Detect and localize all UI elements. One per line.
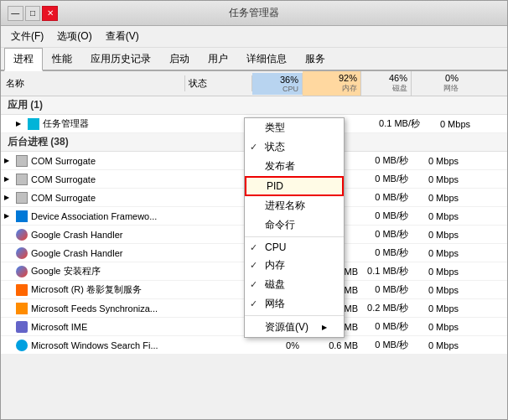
expand-arrow[interactable]: ▶ — [4, 194, 13, 202]
ctx-label-cmdline: 命令行 — [265, 218, 295, 232]
process-disk: 0 MB/秒 — [361, 338, 412, 352]
google-icon — [16, 266, 28, 277]
ctx-label-resources: 资源值(V) — [265, 320, 308, 334]
ctx-check-cpu: ✓ — [250, 242, 262, 253]
process-net: 0 Mbps — [412, 266, 462, 277]
col-header-status[interactable]: 状态 — [185, 75, 252, 91]
process-disk: 0 MB/秒 — [361, 153, 412, 168]
window-title: 任务管理器 — [58, 6, 450, 20]
process-status — [185, 345, 252, 346]
ctx-separator-2 — [245, 315, 344, 316]
process-name-label: Microsoft (R) 卷影复制服务 — [31, 283, 142, 296]
tab-details[interactable]: 详细信息 — [237, 48, 296, 71]
ctx-item-resources[interactable]: 资源值(V) ▶ — [245, 318, 344, 337]
tab-users[interactable]: 用户 — [199, 48, 237, 71]
process-status — [185, 326, 252, 328]
ctx-item-memory[interactable]: ✓ 内存 — [245, 256, 344, 275]
ctx-item-procname[interactable]: 进程名称 — [245, 196, 344, 215]
ctx-label-network: 网络 — [265, 297, 285, 311]
tab-startup[interactable]: 启动 — [160, 48, 199, 71]
process-name-label: Device Association Framewo... — [31, 211, 157, 221]
ctx-item-status[interactable]: ✓ 状态 — [245, 137, 344, 157]
process-disk: 0.2 MB/秒 — [361, 301, 412, 315]
process-name-label: COM Surrogate — [31, 174, 96, 184]
taskman-icon — [28, 118, 39, 130]
col-header-name[interactable]: 名称 — [1, 75, 185, 91]
tab-processes[interactable]: 进程 — [4, 48, 43, 71]
table-header: 名称 状态 36% CPU 92% 内存 46% 磁盘 0% 网络 — [1, 71, 507, 96]
ctx-check-memory: ✓ — [250, 260, 262, 271]
ctx-item-publisher[interactable]: 发布者 — [245, 157, 344, 176]
process-net: 0 Mbps — [412, 340, 462, 351]
context-menu: 类型 ✓ 状态 发布者 PID 进程名称 命令行 — [244, 117, 345, 338]
ms-icon — [16, 284, 28, 296]
process-disk: 0 MB/秒 — [361, 319, 412, 334]
process-disk: 0.1 MB/秒 — [361, 264, 412, 278]
maximize-button[interactable]: □ — [25, 6, 41, 21]
col-header-network[interactable]: 0% 网络 — [412, 71, 462, 96]
ctx-check-disk: ✓ — [250, 279, 262, 290]
process-net: 0 Mbps — [412, 247, 462, 259]
ctx-item-network[interactable]: ✓ 网络 — [245, 294, 344, 314]
process-disk: 0 MB/秒 — [361, 172, 412, 186]
process-cpu: 0% — [252, 340, 303, 351]
process-net: 0 Mbps — [412, 174, 462, 185]
process-status — [185, 234, 252, 236]
menu-file[interactable]: 文件(F) — [4, 28, 50, 45]
process-name-cell: ▶ Device Association Framewo... — [1, 210, 185, 223]
ctx-label-procname: 进程名称 — [265, 199, 305, 213]
feed-icon — [16, 303, 28, 314]
process-net: 0 Mbps — [412, 321, 462, 333]
ctx-item-type[interactable]: 类型 — [245, 118, 344, 137]
tab-performance[interactable]: 性能 — [43, 48, 81, 71]
process-status — [185, 160, 252, 162]
title-bar: — □ ✕ 任务管理器 — [1, 1, 507, 26]
process-name-cell: Google 安装程序 — [1, 264, 185, 278]
process-status — [185, 197, 252, 199]
process-net: 0 Mbps — [412, 210, 462, 222]
tab-app-history[interactable]: 应用历史记录 — [81, 48, 160, 71]
process-net: 0 Mbps — [412, 192, 462, 204]
process-name-label: COM Surrogate — [31, 193, 96, 203]
process-net: 0 Mbps — [412, 229, 462, 241]
process-mem: 0.6 MB — [303, 340, 361, 351]
close-button[interactable]: ✕ — [42, 6, 58, 21]
col-header-cpu[interactable]: 36% CPU — [252, 73, 303, 95]
col-header-disk[interactable]: 46% 磁盘 — [361, 71, 412, 96]
tab-services[interactable]: 服务 — [296, 48, 334, 71]
search-icon — [16, 340, 28, 351]
com-icon — [16, 174, 28, 185]
minimize-button[interactable]: — — [8, 6, 23, 21]
ctx-item-cmdline[interactable]: 命令行 — [245, 215, 344, 235]
process-name-cell: Google Crash Handler — [1, 228, 185, 241]
process-name-cell: Google Crash Handler — [1, 246, 185, 260]
ctx-item-pid[interactable]: PID — [245, 176, 344, 196]
expand-arrow[interactable]: ▶ — [16, 120, 24, 128]
col-header-memory[interactable]: 92% 内存 — [303, 71, 361, 96]
process-name-label: COM Surrogate — [31, 156, 96, 166]
ctx-item-cpu[interactable]: ✓ CPU — [245, 239, 344, 256]
process-status — [185, 289, 252, 291]
ctx-submenu-arrow: ▶ — [322, 324, 327, 331]
process-name-cell: Microsoft (R) 卷影复制服务 — [1, 283, 185, 297]
ctx-label-pid: PID — [267, 180, 283, 192]
ctx-label-disk: 磁盘 — [265, 277, 285, 292]
process-name-cell: ▶ COM Surrogate — [1, 154, 185, 168]
process-name-cell: Microsoft Windows Search Fi... — [1, 339, 185, 352]
process-disk: 0.1 MB/秒 — [373, 117, 423, 131]
expand-arrow[interactable]: ▶ — [4, 157, 13, 165]
menu-view[interactable]: 查看(V) — [99, 28, 146, 45]
expand-arrow[interactable]: ▶ — [4, 175, 13, 184]
section-apps: 应用 (1) — [1, 96, 507, 115]
table-row[interactable]: Microsoft Windows Search Fi... 0% 0.6 MB… — [1, 336, 507, 355]
ctx-label-type: 类型 — [265, 121, 285, 135]
ctx-label-cpu: CPU — [265, 241, 286, 253]
process-status — [185, 179, 252, 180]
expand-arrow[interactable]: ▶ — [4, 212, 13, 220]
process-name-label: Google Crash Handler — [31, 230, 122, 240]
process-name-label: Google Crash Handler — [31, 248, 122, 258]
process-net: 0 Mbps — [423, 118, 474, 130]
menu-options[interactable]: 选项(O) — [50, 28, 98, 45]
ctx-item-disk[interactable]: ✓ 磁盘 — [245, 275, 344, 294]
ctx-check-network: ✓ — [250, 298, 262, 309]
